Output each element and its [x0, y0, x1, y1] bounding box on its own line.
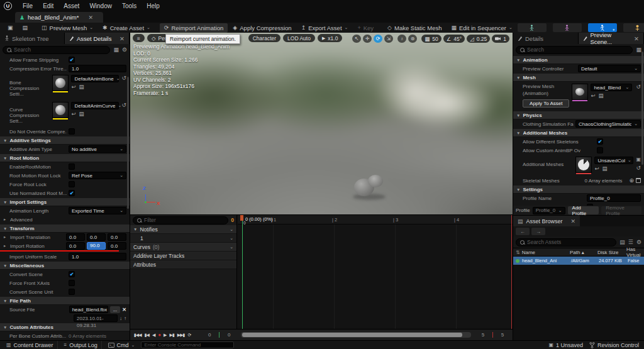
translation-z-field[interactable]: 0.0: [108, 233, 126, 241]
section-transform[interactable]: ▼Transform: [0, 224, 130, 233]
bone-compression-thumbnail[interactable]: [52, 75, 69, 91]
chevron-down-icon[interactable]: ⌄: [230, 236, 233, 241]
loop-button[interactable]: ⟳: [187, 333, 191, 338]
reset-to-default-icon[interactable]: ↺: [121, 75, 126, 81]
preview-mesh-dropdown[interactable]: head_Blend⌄: [591, 84, 632, 91]
section-custom-attributes[interactable]: ▼Custom Attributes: [0, 323, 130, 331]
track-notify-1[interactable]: 1⌄: [130, 234, 236, 243]
root-motion-root-lock-dropdown[interactable]: Ref Pose⌄: [69, 172, 126, 179]
cmd-button[interactable]: >_Cmd⌄: [104, 341, 139, 349]
save-collection-icon[interactable]: ▣: [636, 157, 641, 162]
menu-window[interactable]: Window: [84, 0, 117, 11]
source-file-field[interactable]: head_Blend.fbx: [69, 306, 108, 313]
select-tool-icon[interactable]: ↖: [352, 35, 361, 43]
skeletal-mesh-shortcut-button[interactable]: [553, 23, 582, 32]
checkbox-checked[interactable]: ✔: [69, 57, 126, 63]
reimport-animation-button[interactable]: ⟳Reimport Animation: [160, 23, 228, 33]
section-physics[interactable]: ▼Physics: [513, 111, 644, 119]
gear-icon[interactable]: ⚙: [636, 239, 641, 245]
curve-compression-dropdown[interactable]: DefaultAnimCurve⌄: [71, 102, 119, 109]
browse-to-asset-icon[interactable]: ▤: [79, 111, 84, 117]
animation-length-dropdown[interactable]: Exported Time⌄: [69, 207, 126, 214]
play-reverse-button[interactable]: ◀: [152, 333, 155, 338]
camera-speed-button[interactable]: 1: [492, 35, 509, 43]
checkbox-checked[interactable]: ✔: [69, 271, 75, 277]
chevron-right-icon[interactable]: ▸: [4, 243, 8, 248]
move-tool-icon[interactable]: ✛: [363, 35, 372, 43]
checkbox-unchecked[interactable]: [69, 128, 75, 135]
viewport-menu-button[interactable]: ≡: [133, 34, 145, 42]
skeleton-shortcut-button[interactable]: [518, 23, 547, 32]
reset-to-default-icon[interactable]: ↺: [121, 102, 126, 108]
save-button[interactable]: ▣: [3, 23, 18, 33]
close-icon[interactable]: ✕: [634, 35, 639, 42]
use-selected-asset-icon[interactable]: ↩: [594, 165, 599, 172]
column-name[interactable]: ⇅Name: [516, 250, 569, 255]
output-log-button[interactable]: ≡Output Log: [60, 341, 102, 349]
rotate-tool-icon[interactable]: ⟳: [374, 35, 382, 43]
search-input[interactable]: [516, 46, 633, 54]
surface-snap-icon[interactable]: ⊛: [408, 35, 417, 43]
remove-profile-button[interactable]: Remove Profile: [601, 206, 641, 214]
search-assets-input[interactable]: [516, 238, 616, 247]
preview-mesh-thumbnail[interactable]: [572, 84, 588, 100]
to-end-button[interactable]: ▶▶▮: [177, 333, 185, 338]
compression-error-field[interactable]: 1.0: [69, 65, 126, 72]
export-file-icon[interactable]: ↑: [124, 316, 126, 321]
view-mode-character-button[interactable]: Character: [248, 34, 280, 42]
browse-to-asset-icon[interactable]: ▤: [602, 165, 608, 172]
translation-y-field[interactable]: 0.0: [87, 233, 106, 241]
tab-preview-scene[interactable]: Preview Scene...✕: [579, 33, 644, 44]
clothing-simulation-dropdown[interactable]: ChaosClothingSimulatio⌄: [575, 120, 641, 128]
gear-icon[interactable]: ⚙: [122, 47, 127, 53]
additive-anim-type-dropdown[interactable]: No additive⌄: [69, 145, 126, 153]
section-settings[interactable]: ▼Settings: [513, 186, 644, 194]
browse-to-asset-icon[interactable]: ▤: [79, 84, 84, 90]
apply-to-asset-button[interactable]: Apply To Asset: [523, 99, 569, 108]
filter-icon[interactable]: ☰: [628, 239, 633, 245]
column-disk-size[interactable]: Disk Size: [597, 250, 625, 255]
menu-file[interactable]: File: [18, 0, 38, 11]
grid-snap-button[interactable]: ▦50: [421, 35, 441, 43]
timeline-ruler[interactable]: | 1 | 2 | 3 | 4: [238, 215, 513, 224]
apply-compression-button[interactable]: ◈Apply Compression: [228, 23, 296, 33]
make-static-mesh-button[interactable]: ◇Make Static Mesh: [383, 23, 446, 33]
right-panel-scrollbar[interactable]: [641, 52, 643, 165]
forward-button[interactable]: →: [531, 228, 545, 235]
record-button[interactable]: ●: [158, 332, 160, 338]
playhead-line[interactable]: [242, 215, 243, 329]
back-button[interactable]: ←: [516, 228, 530, 235]
column-has-virtual[interactable]: Has Virtual: [626, 247, 641, 258]
revision-control-button[interactable]: Revision Control: [589, 342, 639, 348]
track-attributes[interactable]: Attributes: [130, 260, 236, 269]
additional-meshes-dropdown[interactable]: UnsavedCol⌄: [594, 157, 633, 164]
checkbox-unchecked[interactable]: [69, 181, 75, 187]
animation-shortcut-button[interactable]: ★: [588, 23, 617, 32]
checkbox-unchecked[interactable]: [597, 147, 603, 153]
playback-speed-button[interactable]: ▶x1.0: [318, 34, 342, 42]
step-back-button[interactable]: ▮◀: [145, 333, 149, 338]
scale-snap-button[interactable]: ◿0.25: [467, 35, 490, 43]
menu-asset[interactable]: Asset: [58, 0, 84, 11]
section-additive-settings[interactable]: ▼Additive Settings: [0, 136, 130, 145]
playhead-marker[interactable]: [240, 215, 243, 221]
curve-compression-thumbnail[interactable]: [52, 102, 69, 118]
section-mesh[interactable]: ▼Mesh: [513, 74, 644, 82]
tab-details[interactable]: Details: [513, 33, 579, 44]
physics-shortcut-button[interactable]: [623, 23, 644, 32]
section-additional-meshes[interactable]: ▼Additional Meshes: [513, 129, 644, 137]
lod-button[interactable]: LOD Auto: [283, 34, 315, 42]
menu-help[interactable]: Help: [142, 0, 165, 11]
play-button[interactable]: ▶: [164, 333, 166, 338]
key-button[interactable]: +Key: [353, 23, 378, 33]
uniform-scale-field[interactable]: 1.0: [69, 253, 126, 260]
timeline-scrollbar[interactable]: [241, 332, 471, 338]
use-selected-asset-icon[interactable]: ↩: [591, 92, 595, 99]
rotation-snap-button[interactable]: ∠45°: [443, 35, 465, 43]
column-path[interactable]: Path ▴: [570, 250, 596, 255]
menu-tools[interactable]: Tools: [117, 0, 142, 11]
timeline-scrollbar-thumb[interactable]: [242, 333, 462, 337]
additional-meshes-thumbnail[interactable]: [575, 157, 592, 173]
checkbox-checked[interactable]: ✔: [69, 190, 75, 196]
scale-tool-icon[interactable]: ⇲: [384, 35, 393, 43]
